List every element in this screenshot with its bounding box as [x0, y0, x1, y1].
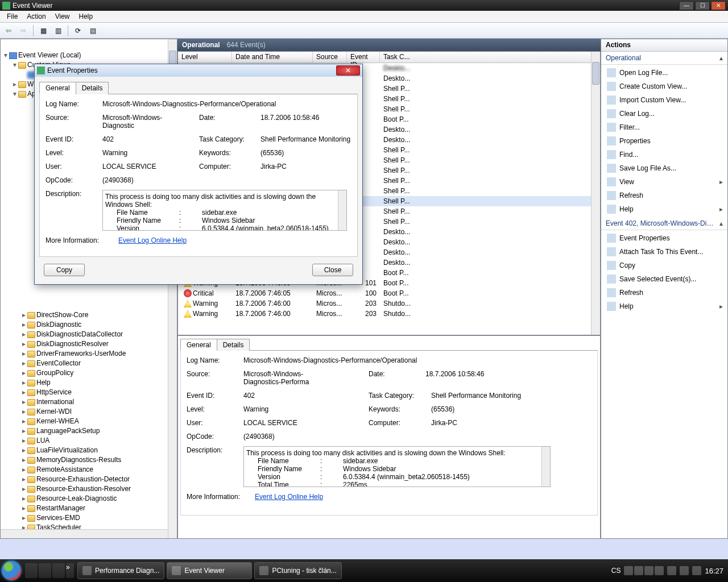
action-item[interactable]: Refresh — [601, 189, 727, 202]
quicklaunch-chevron[interactable]: » — [66, 563, 74, 578]
dialog-tab-general[interactable]: General — [39, 82, 76, 94]
tree-item[interactable]: ▸Resource-Exhaustion-Detector — [21, 475, 177, 484]
tree-item[interactable]: ▸RemoteAssistance — [21, 465, 177, 475]
folder-icon — [27, 428, 35, 435]
tree-item[interactable]: ▸DiskDiagnosticResolver — [21, 339, 177, 349]
maximize-button[interactable]: ☐ — [695, 1, 710, 10]
action-item[interactable]: Open Log File... — [601, 66, 727, 80]
quicklaunch-item[interactable] — [39, 563, 51, 578]
dialog-close-button[interactable]: ✕ — [336, 65, 360, 76]
clock[interactable]: 16:27 — [705, 567, 723, 575]
tab-general[interactable]: General — [180, 339, 217, 351]
action-item[interactable]: Create Custom View... — [601, 80, 727, 93]
tree-item[interactable]: ▸MemoryDiagnostics-Results — [21, 455, 177, 465]
show-tree-button[interactable]: ▦ — [37, 24, 49, 37]
action-item[interactable]: View▸ — [601, 175, 727, 189]
tree-item[interactable]: ▸Kernel-WHEA — [21, 417, 177, 426]
media-next-icon[interactable] — [655, 566, 664, 575]
tree-item[interactable]: ▸Kernel-WDI — [21, 407, 177, 417]
tree-item[interactable]: ▸DriverFrameworks-UserMode — [21, 349, 177, 359]
action-item[interactable]: Help▸ — [601, 202, 727, 216]
tree-item[interactable]: ▸HttpService — [21, 388, 177, 397]
tree-item[interactable]: ▸GroupPolicy — [21, 368, 177, 378]
menu-action[interactable]: Action — [22, 11, 50, 22]
action-item[interactable]: Copy — [601, 259, 727, 272]
col-eventid[interactable]: Event ID — [347, 52, 380, 63]
help-link[interactable]: Event Log Online Help — [255, 493, 323, 501]
chevron-up-icon[interactable]: ▴ — [719, 54, 723, 62]
action-item[interactable]: Save Selected Event(s)... — [601, 272, 727, 286]
tray-icon[interactable] — [680, 566, 689, 575]
action-item[interactable]: Help▸ — [601, 300, 727, 313]
tree-item[interactable]: ▸LUA — [21, 436, 177, 446]
task-event-viewer[interactable]: Event Viewer — [167, 562, 252, 579]
action-item[interactable]: Refresh — [601, 286, 727, 300]
table-row[interactable]: Critical18.7.2006 7:46:05Micros...100Boo… — [178, 288, 591, 298]
action-item[interactable]: Clear Log... — [601, 107, 727, 120]
back-button[interactable]: ⇦ — [2, 24, 15, 37]
tree-item[interactable]: ▸DiskDiagnostic — [21, 320, 177, 330]
columns-button[interactable]: ▥ — [52, 24, 64, 37]
chevron-up-icon[interactable]: ▴ — [719, 219, 723, 227]
quicklaunch-item[interactable] — [25, 563, 38, 578]
task-browser[interactable]: PCtuning - tisk člán... — [254, 562, 341, 579]
col-level[interactable]: Level — [178, 52, 232, 63]
action-item[interactable]: Attach Task To This Event... — [601, 245, 727, 259]
dialog-description-box[interactable]: This process is doing too many disk acti… — [102, 190, 347, 231]
menu-file[interactable]: File — [2, 11, 22, 22]
table-row[interactable]: Warning18.7.2006 7:46:00Micros...203Shut… — [178, 298, 591, 309]
media-pause-icon[interactable] — [644, 566, 653, 575]
dialog-help-link[interactable]: Event Log Online Help — [118, 236, 187, 244]
event-properties-dialog: Event Properties ✕ General Details Log N… — [34, 64, 363, 285]
menu-help[interactable]: Help — [75, 11, 98, 22]
col-source[interactable]: Source — [313, 52, 347, 63]
volume-icon[interactable] — [692, 566, 701, 575]
action-item[interactable]: Find... — [601, 148, 727, 161]
close-dialog-button[interactable]: Close — [312, 264, 353, 276]
action-item[interactable]: Import Custom View... — [601, 93, 727, 107]
tree-item[interactable]: ▸LuaFileVirtualization — [21, 446, 177, 455]
dialog-titlebar[interactable]: Event Properties ✕ — [35, 64, 362, 77]
tree-hscroll[interactable] — [1, 529, 168, 538]
refresh-button[interactable]: ⟳ — [72, 24, 84, 37]
tab-details[interactable]: Details — [217, 339, 250, 351]
col-category[interactable]: Task C... — [380, 52, 600, 63]
tree-item[interactable]: ▸Resource-Leak-Diagnostic — [21, 494, 177, 504]
start-button[interactable] — [0, 559, 23, 582]
action-item[interactable]: Filter... — [601, 120, 727, 134]
tree-item[interactable]: ▸International — [21, 397, 177, 407]
action-item[interactable]: Properties — [601, 134, 727, 148]
task-performance[interactable]: Performance Diagn... — [77, 562, 164, 579]
tree-item[interactable]: ▸DirectShow-Core — [21, 310, 177, 320]
folder-icon — [18, 62, 26, 69]
tree-item[interactable]: ▸DiskDiagnosticDataCollector — [21, 330, 177, 339]
media-play-icon[interactable] — [634, 566, 643, 575]
folder-icon — [27, 515, 35, 522]
tree-item[interactable]: ▸EventCollector — [21, 359, 177, 368]
quicklaunch-item[interactable] — [52, 563, 65, 578]
forward-button[interactable]: ⇨ — [17, 24, 30, 37]
tree-item[interactable]: ▸TaskScheduler — [21, 523, 177, 529]
table-row[interactable]: Warning18.7.2006 7:46:00Micros...203Shut… — [178, 309, 591, 319]
language-indicator[interactable]: CS — [611, 567, 621, 575]
close-button[interactable]: ✕ — [711, 1, 726, 10]
properties-button[interactable]: ▤ — [86, 24, 99, 37]
dialog-tab-details[interactable]: Details — [76, 82, 109, 94]
description-box[interactable]: This process is doing too many disk acti… — [243, 446, 551, 487]
grid-header[interactable]: Level Date and Time Source Event ID Task… — [178, 52, 600, 63]
grid-scrollbar[interactable] — [591, 52, 600, 335]
minimize-button[interactable]: — — [679, 1, 694, 10]
copy-button[interactable]: Copy — [44, 264, 85, 276]
action-item[interactable]: Save Log File As... — [601, 161, 727, 175]
menu-view[interactable]: View — [51, 11, 75, 22]
media-prev-icon[interactable] — [624, 566, 633, 575]
action-item[interactable]: Event Properties — [601, 231, 727, 245]
tree-item[interactable]: ▸LanguagePackSetup — [21, 426, 177, 436]
col-date[interactable]: Date and Time — [232, 52, 313, 63]
tree-root[interactable]: Event Viewer (Local) — [18, 51, 81, 60]
tree-item[interactable]: ▸Services-EMD — [21, 513, 177, 523]
tray-icon[interactable] — [667, 566, 676, 575]
tree-item[interactable]: ▸Help — [21, 378, 177, 388]
tree-item[interactable]: ▸Resource-Exhaustion-Resolver — [21, 484, 177, 494]
tree-item[interactable]: ▸RestartManager — [21, 504, 177, 513]
